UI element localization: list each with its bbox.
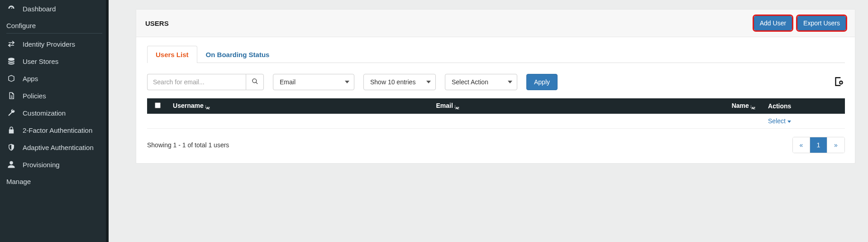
sidebar-item-label: Dashboard [23, 5, 56, 13]
cell-email [431, 114, 694, 129]
pagination-page-1[interactable]: 1 [810, 137, 827, 153]
pagination-prev[interactable]: « [793, 137, 810, 153]
sidebar-item-apps[interactable]: Apps [0, 70, 109, 87]
col-email[interactable]: Email↓AZ [431, 98, 694, 114]
action-select-value: Select Action [452, 78, 488, 86]
add-user-button[interactable]: Add User [754, 16, 792, 30]
main-area: USERS Add User Export Users Users List O… [109, 0, 868, 242]
database-icon [6, 57, 16, 65]
tabs: Users List On Boarding Status [147, 45, 845, 63]
search-input[interactable] [147, 74, 246, 90]
search-button[interactable] [246, 74, 264, 90]
cell-name [695, 114, 763, 129]
sidebar-item-label: Provisioning [23, 161, 60, 169]
card-header: USERS Add User Export Users [136, 10, 855, 37]
sidebar-item-policies[interactable]: Policies [0, 87, 109, 104]
field-select[interactable]: Email [273, 74, 354, 90]
field-select-value: Email [280, 78, 296, 86]
caret-down-icon [787, 121, 791, 123]
lock-icon [6, 126, 16, 134]
sidebar-item-label: Customization [23, 109, 66, 117]
search-icon [252, 78, 258, 86]
sidebar-item-user-stores[interactable]: User Stores [0, 53, 109, 70]
entries-select-value: Show 10 entries [370, 78, 415, 86]
sidebar-item-label: Policies [23, 92, 46, 100]
pagination: « 1 » [792, 137, 845, 153]
action-select[interactable]: Select Action [445, 74, 517, 90]
page-title: USERS [145, 19, 169, 27]
sidebar-section-manage: Manage [0, 173, 109, 189]
chevron-down-icon [508, 78, 512, 86]
box-icon [6, 74, 16, 82]
sidebar-item-provisioning[interactable]: Provisioning [0, 156, 109, 173]
sidebar-item-customization[interactable]: Customization [0, 104, 109, 121]
col-username[interactable]: Username↓AZ [168, 98, 431, 114]
users-table: Username↓AZ Email↓AZ Name↓AZ Actions [147, 98, 845, 129]
table-footer: Showing 1 - 1 of total 1 users « 1 » [147, 129, 845, 153]
sidebar-item-label: User Stores [23, 58, 58, 65]
wrench-icon [6, 109, 16, 117]
search-group [147, 74, 264, 90]
sidebar-section-configure: Configure [0, 17, 109, 33]
sidebar-item-adaptive-auth[interactable]: Adaptive Authentication [0, 139, 109, 156]
sort-icon: ↓AZ [454, 103, 458, 109]
table-row: Select [147, 114, 845, 129]
chevron-down-icon [426, 78, 431, 86]
sidebar-item-identity-providers[interactable]: Identity Providers [0, 35, 109, 53]
add-column-button[interactable] [832, 76, 845, 88]
entries-select[interactable]: Show 10 entries [363, 74, 436, 90]
user-icon [6, 160, 16, 169]
export-users-button[interactable]: Export Users [797, 16, 846, 30]
filter-bar: Email Show 10 entries Select Action [147, 63, 845, 98]
sidebar-item-dashboard[interactable]: Dashboard [0, 0, 109, 17]
tab-users-list[interactable]: Users List [147, 46, 197, 63]
sort-icon: ↓AZ [750, 103, 754, 109]
document-icon [6, 92, 16, 100]
swap-icon [6, 40, 16, 48]
sidebar-divider [6, 33, 102, 34]
add-to-list-icon [833, 76, 844, 89]
select-all-checkbox[interactable] [155, 102, 161, 108]
sidebar-item-label: Apps [23, 75, 38, 82]
cell-username [168, 114, 431, 129]
shield-icon [6, 143, 16, 151]
col-actions: Actions [763, 98, 845, 114]
sidebar-item-2fa[interactable]: 2-Factor Authentication [0, 121, 109, 139]
chevron-down-icon [345, 78, 349, 86]
col-name[interactable]: Name↓AZ [695, 98, 763, 114]
sidebar-item-label: Adaptive Authentication [23, 144, 94, 151]
sidebar: Dashboard Configure Identity Providers U… [0, 0, 109, 242]
apply-button[interactable]: Apply [526, 74, 558, 90]
dashboard-icon [6, 5, 16, 13]
pagination-next[interactable]: » [827, 137, 844, 153]
row-action-select[interactable]: Select [768, 117, 791, 125]
sort-icon: ↓AZ [205, 103, 209, 109]
tab-onboarding-status[interactable]: On Boarding Status [197, 46, 278, 63]
sidebar-item-label: 2-Factor Authentication [23, 126, 92, 134]
sidebar-item-label: Identity Providers [23, 40, 75, 48]
table-summary: Showing 1 - 1 of total 1 users [147, 141, 229, 149]
users-card: USERS Add User Export Users Users List O… [136, 9, 855, 164]
